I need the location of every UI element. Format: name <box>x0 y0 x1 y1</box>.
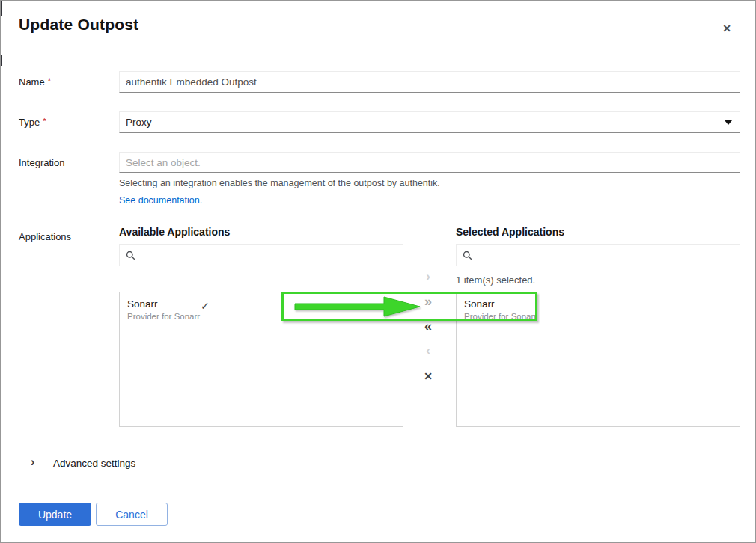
available-applications-list: Sonarr Provider for Sonarr ✓ <box>119 292 403 427</box>
type-select-value: Proxy <box>126 117 152 128</box>
update-outpost-dialog: Update Outpost ✕ Name* Type* Proxy Integ… <box>0 0 756 543</box>
move-all-left-button[interactable]: « <box>409 319 448 333</box>
type-select[interactable]: Proxy <box>119 111 740 133</box>
times-icon: ✕ <box>424 370 433 382</box>
selected-search-box <box>456 244 740 266</box>
chevron-right-icon: › <box>31 456 34 468</box>
search-icon <box>463 251 472 260</box>
selected-applications-header: Selected Applications <box>456 226 564 238</box>
required-asterisk: * <box>43 117 46 126</box>
type-label: Type* <box>19 117 46 128</box>
list-item[interactable]: Sonarr Provider for Sonarr <box>457 292 740 328</box>
angle-double-right-icon: » <box>424 294 432 309</box>
angle-left-icon: ‹ <box>426 343 430 358</box>
selected-search-input[interactable] <box>477 245 734 266</box>
name-label: Name* <box>19 76 51 88</box>
selected-status: 1 item(s) selected. <box>456 274 535 286</box>
angle-double-left-icon: « <box>424 319 432 334</box>
application-subtitle: Provider for Sonarr <box>127 311 395 322</box>
integration-input[interactable] <box>119 152 740 173</box>
selected-applications-list: Sonarr Provider for Sonarr <box>456 292 740 427</box>
move-all-right-button[interactable]: » <box>409 295 448 308</box>
advanced-settings-toggle[interactable]: › Advanced settings <box>19 453 183 473</box>
update-button[interactable]: Update <box>19 503 91 526</box>
close-button[interactable]: ✕ <box>719 20 735 37</box>
available-search-input[interactable] <box>140 245 397 266</box>
required-asterisk: * <box>48 76 51 85</box>
advanced-settings-label: Advanced settings <box>53 458 135 469</box>
integration-label: Integration <box>19 157 64 168</box>
close-icon: ✕ <box>722 22 731 34</box>
application-title: Sonarr <box>127 297 395 311</box>
move-selected-right-button[interactable]: › <box>409 270 448 283</box>
name-input[interactable] <box>119 71 740 93</box>
name-field-wrap <box>119 71 740 93</box>
caret-down-icon <box>725 120 732 125</box>
screen-edge-artifact <box>1 1 2 16</box>
applications-label: Applications <box>19 231 71 242</box>
check-icon: ✓ <box>201 300 210 312</box>
search-icon <box>126 251 135 260</box>
integration-field-wrap <box>119 152 740 173</box>
integration-help-text: Selecting an integration enables the man… <box>119 178 440 188</box>
clear-selected-button[interactable]: ✕ <box>409 369 448 383</box>
list-item[interactable]: Sonarr Provider for Sonarr ✓ <box>120 292 403 328</box>
application-subtitle: Provider for Sonarr <box>464 311 732 322</box>
screen-edge-artifact <box>1 55 2 66</box>
application-title: Sonarr <box>464 297 732 311</box>
angle-right-icon: › <box>426 269 430 283</box>
documentation-link[interactable]: See documentation. <box>119 195 202 206</box>
move-selected-left-button[interactable]: ‹ <box>409 344 448 358</box>
cancel-button[interactable]: Cancel <box>96 503 168 526</box>
page-title: Update Outpost <box>19 16 138 34</box>
available-applications-header: Available Applications <box>119 226 230 238</box>
available-search-box <box>119 244 403 266</box>
